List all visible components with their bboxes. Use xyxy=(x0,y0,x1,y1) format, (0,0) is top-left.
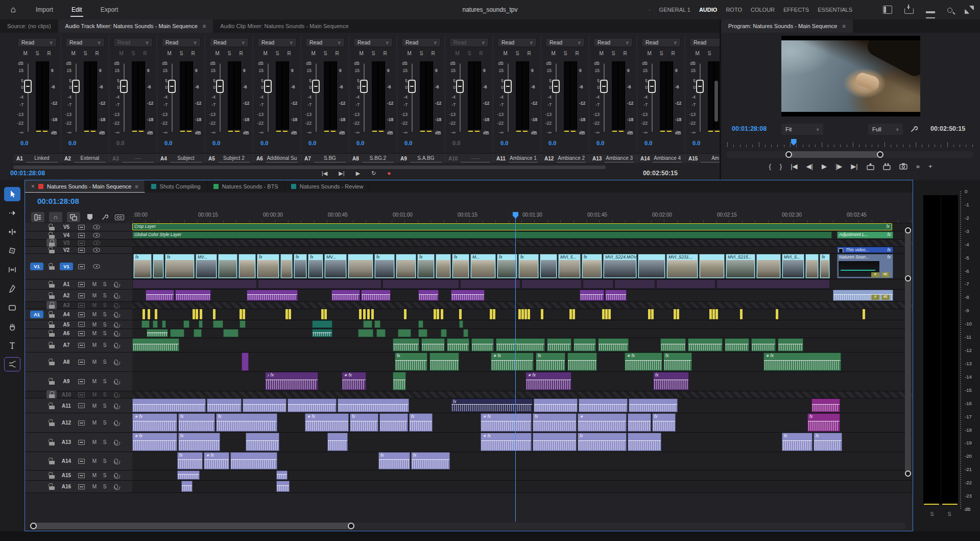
source-patch-badge[interactable]: A1 xyxy=(30,311,43,318)
zoom-handle-right[interactable] xyxy=(877,151,883,158)
timeline-clip[interactable] xyxy=(183,320,189,328)
timeline-clip[interactable]: ∗ fx xyxy=(342,372,366,390)
timeline-clip[interactable] xyxy=(651,309,654,319)
fader-knob[interactable] xyxy=(168,80,176,93)
volume-value[interactable]: 0.0 xyxy=(397,140,445,146)
fader-knob[interactable] xyxy=(360,80,368,93)
track-solo-button[interactable]: S xyxy=(101,281,108,287)
timeline-clip[interactable]: MVI_S... xyxy=(782,254,804,278)
record-arm-button[interactable]: R xyxy=(143,51,147,56)
sequence-tab[interactable]: Natures Sounds - BTS xyxy=(207,180,285,193)
timeline-clip[interactable] xyxy=(493,309,495,319)
volume-value[interactable]: 0.0 xyxy=(157,140,205,146)
voiceover-record-icon[interactable] xyxy=(114,303,118,308)
voiceover-record-icon[interactable] xyxy=(114,473,118,478)
track-lane-A8[interactable]: fx∗ fxfx∗ fxfx∗ fx xyxy=(132,352,913,371)
track-name[interactable]: A1 xyxy=(63,281,70,287)
solo-button[interactable]: S xyxy=(564,51,567,56)
program-timecode[interactable]: 00:01:28:08 xyxy=(732,125,767,132)
fader-knob[interactable] xyxy=(408,80,416,93)
timeline-clip[interactable] xyxy=(285,309,288,319)
fader-knob[interactable] xyxy=(648,80,656,93)
track-lock-icon[interactable] xyxy=(45,419,58,426)
zoom-handle-right[interactable] xyxy=(348,523,354,529)
track-select-forward-tool[interactable] xyxy=(4,206,20,220)
timeline-clip[interactable]: ∗ fx xyxy=(305,413,349,432)
track-mute-button[interactable]: M xyxy=(91,302,98,308)
timeline-clip[interactable] xyxy=(177,471,200,480)
timeline-clip[interactable] xyxy=(524,309,527,319)
volume-value[interactable]: 0.0 xyxy=(349,140,397,146)
timeline-clip[interactable]: fx xyxy=(820,254,830,278)
timeline-clip[interactable] xyxy=(533,433,577,451)
timeline-clip[interactable] xyxy=(688,338,723,351)
track-lane-A10[interactable] xyxy=(132,391,913,398)
goto-in-icon[interactable]: |◀ xyxy=(791,162,797,170)
track-name[interactable]: A5 xyxy=(63,322,70,327)
timeline-ruler[interactable]: :00:0000:00:1500:00:3000:00:4500:01:0000… xyxy=(132,210,912,223)
solo-left-button[interactable]: S xyxy=(930,511,934,517)
timeline-clip[interactable] xyxy=(418,290,439,301)
timeline-clip[interactable] xyxy=(213,309,216,319)
track-source-icon[interactable] xyxy=(78,303,85,308)
timeline-clip[interactable] xyxy=(207,398,242,412)
panel-layout-icon[interactable] xyxy=(883,6,892,14)
extract-icon[interactable] xyxy=(883,163,891,170)
volume-fader[interactable]: dB1550-4-7-13-22-∞ 0-6-12-18dB xyxy=(13,60,61,135)
track-source-icon[interactable] xyxy=(78,459,85,464)
volume-value[interactable]: 0.0 xyxy=(493,140,541,146)
track-source-icon[interactable] xyxy=(78,331,85,336)
track-name[interactable]: A13 xyxy=(62,439,71,445)
mute-button[interactable]: M xyxy=(23,51,27,56)
timeline-clip[interactable] xyxy=(421,338,445,351)
mixer-track-name-A13[interactable]: A13Ambiance 3 xyxy=(589,154,637,163)
automation-mode-dropdown[interactable]: Read∨ xyxy=(593,38,633,47)
track-lane-A4[interactable] xyxy=(132,309,913,320)
volume-fader[interactable]: dB1550-4-7-13-22-∞ 0-6-12-18dB xyxy=(637,60,685,135)
timeline-clip[interactable]: ∗ fx xyxy=(132,413,177,432)
track-name[interactable]: V4 xyxy=(63,232,69,238)
timeline-clip[interactable] xyxy=(146,290,174,301)
timeline-clip[interactable] xyxy=(383,279,459,289)
mixer-track-name-A7[interactable]: A7S.BG xyxy=(301,154,349,163)
linked-selection-icon[interactable] xyxy=(67,212,80,222)
goto-out-icon[interactable]: ▶| xyxy=(851,162,857,170)
timeline-clip[interactable] xyxy=(811,398,840,412)
share-icon[interactable] xyxy=(904,8,914,14)
goto-out-icon[interactable]: ▶| xyxy=(339,170,344,177)
track-name[interactable]: A15 xyxy=(62,473,71,478)
track-source-icon[interactable] xyxy=(78,360,85,365)
record-arm-button[interactable]: R xyxy=(239,51,243,56)
timeline-clip[interactable]: fx xyxy=(133,254,152,278)
timeline-clip[interactable] xyxy=(240,309,242,319)
tab-source-monitor[interactable]: Source: (no clips) xyxy=(0,19,58,33)
fader-knob[interactable] xyxy=(312,80,320,93)
timeline-clip[interactable] xyxy=(460,279,520,289)
wrench-icon[interactable] xyxy=(910,125,918,134)
track-solo-button[interactable]: S xyxy=(101,342,108,348)
track-name[interactable]: V5 xyxy=(63,224,69,230)
timeline-clip[interactable] xyxy=(628,433,661,451)
track-name[interactable]: A8 xyxy=(63,359,70,365)
timeline-clip[interactable] xyxy=(393,338,419,351)
timeline-clip[interactable]: fx xyxy=(374,254,395,278)
solo-button[interactable]: S xyxy=(708,51,711,56)
toggle-track-output-icon[interactable] xyxy=(93,264,100,269)
solo-button[interactable]: S xyxy=(468,51,471,56)
timeline-clip[interactable] xyxy=(528,309,530,319)
solo-button[interactable]: S xyxy=(276,51,279,56)
timeline-clip[interactable] xyxy=(213,320,223,328)
tab-program-monitor[interactable]: Program: Natures Sounds - Main Sequence≡ xyxy=(721,19,853,33)
timeline-clip[interactable] xyxy=(490,309,492,319)
record-arm-button[interactable]: R xyxy=(575,51,579,56)
timeline-clip[interactable] xyxy=(243,398,286,412)
sequence-tab[interactable]: × Natures Sounds - Main Sequence ≡ xyxy=(25,180,145,193)
volume-fader[interactable]: dB1550-4-7-13-22-∞ 0-6-12-18dB xyxy=(253,60,301,135)
track-name[interactable]: A11 xyxy=(62,403,71,409)
fader-knob[interactable] xyxy=(456,80,464,93)
timeline-clip[interactable] xyxy=(567,352,597,371)
timeline-clip[interactable] xyxy=(598,338,629,351)
mute-button[interactable]: M xyxy=(503,51,507,56)
more-buttons-icon[interactable]: » xyxy=(916,162,920,170)
fader-knob[interactable] xyxy=(696,80,704,93)
